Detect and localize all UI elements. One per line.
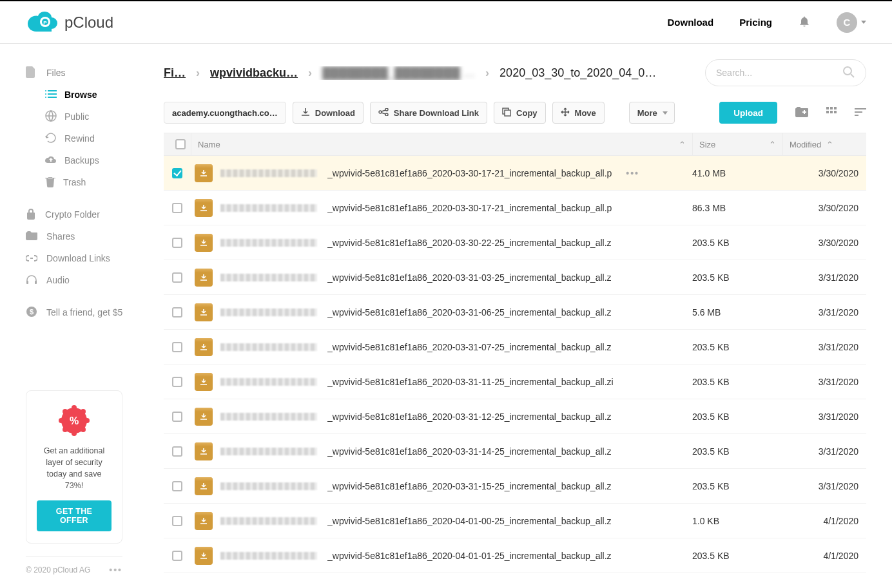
table-row[interactable]: _wpvivid-5e81c81ef1a86_2020-03-30-17-21_… [164, 191, 866, 225]
row-modified: 3/30/2020 [782, 238, 866, 248]
filename-redacted-prefix [220, 448, 317, 455]
folder-share-icon [26, 231, 37, 242]
sidebar-item-shares[interactable]: Shares [26, 225, 148, 247]
chevron-right-icon: › [308, 66, 312, 80]
row-checkbox[interactable] [172, 481, 182, 491]
svg-rect-10 [26, 281, 28, 284]
new-folder-icon[interactable] [795, 107, 808, 119]
row-modified: 4/1/2020 [782, 516, 866, 526]
chevron-down-icon [663, 111, 668, 115]
search-box[interactable] [705, 59, 866, 86]
breadcrumb-files[interactable]: Fi… [164, 66, 186, 80]
footer-copyright: © 2020 pCloud AG [26, 565, 90, 574]
table-row[interactable]: _wpvivid-5e81c81ef1a86_2020-04-01-01-25_… [164, 538, 866, 573]
breadcrumb-wpvivid[interactable]: wpvividbacku… [210, 66, 298, 80]
pcloud-cloud-icon: P [26, 11, 58, 34]
sidebar-item-backups[interactable]: Backups [45, 149, 148, 171]
account-menu[interactable]: C [837, 12, 866, 33]
sidebar-item-download-links[interactable]: Download Links [26, 247, 148, 269]
table-row[interactable]: _wpvivid-5e81c81ef1a86_2020-03-31-15-25_… [164, 469, 866, 504]
archive-file-icon [195, 547, 213, 565]
archive-file-icon [195, 269, 213, 287]
row-checkbox[interactable] [172, 168, 182, 178]
brand-name: pCloud [64, 14, 113, 32]
svg-point-8 [45, 97, 46, 98]
table-row[interactable]: _wpvivid-5e81c81ef1a86_2020-03-31-07-25_… [164, 330, 866, 365]
toolbar: academy.cuongthach.co… Download Share Do… [164, 102, 866, 124]
row-modified: 3/31/2020 [782, 272, 866, 283]
row-checkbox[interactable] [172, 203, 182, 213]
table-row[interactable]: _wpvivid-5e81c81ef1a86_2020-03-31-11-25_… [164, 365, 866, 399]
row-checkbox[interactable] [172, 342, 182, 352]
table-row[interactable]: _wpvivid-5e81c81ef1a86_2020-03-30-17-21_… [164, 156, 866, 191]
row-modified: 3/31/2020 [782, 446, 866, 457]
table-row[interactable]: _wpvivid-5e81c81ef1a86_2020-03-31-06-25_… [164, 295, 866, 330]
row-checkbox[interactable] [172, 238, 182, 248]
sidebar-item-files[interactable]: Files [26, 62, 148, 84]
row-size: 203.5 KB [692, 377, 782, 387]
bell-icon[interactable] [798, 15, 811, 30]
globe-icon [45, 110, 57, 124]
column-size[interactable]: Size⌃ [692, 133, 782, 155]
filename-redacted-prefix [220, 413, 317, 421]
table-row[interactable]: _wpvivid-5e81c81ef1a86_2020-03-30-22-25_… [164, 225, 866, 260]
breadcrumb-redacted[interactable]: ████████_████████ … [322, 66, 475, 80]
column-name[interactable]: Name⌃ [191, 133, 692, 155]
more-button[interactable]: More [629, 102, 675, 124]
sidebar-item-public[interactable]: Public [45, 106, 148, 128]
sidebar-label-crypto: Crypto Folder [45, 209, 100, 220]
filename-redacted-prefix [220, 239, 317, 247]
copy-button[interactable]: Copy [494, 102, 546, 124]
grid-view-icon[interactable] [826, 107, 837, 119]
row-checkbox[interactable] [172, 377, 182, 387]
link-icon [26, 253, 37, 263]
share-icon [378, 108, 389, 118]
download-button[interactable]: Download [293, 102, 364, 124]
row-checkbox[interactable] [172, 272, 182, 283]
brand-logo[interactable]: P pCloud [26, 11, 113, 34]
chevron-down-icon [861, 21, 866, 24]
filename: _wpvivid-5e81c81ef1a86_2020-03-30-17-21_… [327, 203, 612, 213]
promo-cta-button[interactable]: GET THE OFFER [37, 500, 112, 531]
table-row[interactable]: _wpvivid-5e81c81ef1a86_2020-03-31-14-25_… [164, 434, 866, 469]
table-row[interactable]: _wpvivid-5e81c81ef1a86_2020-04-01-00-25_… [164, 504, 866, 538]
sidebar-label-shares: Shares [46, 231, 75, 242]
filename-redacted-prefix [220, 204, 317, 212]
column-modified[interactable]: Modified⌃ [782, 133, 866, 155]
upload-button[interactable]: Upload [719, 102, 777, 124]
svg-rect-40 [834, 111, 837, 113]
table-row[interactable]: _wpvivid-5e81c81ef1a86_2020-03-31-03-25_… [164, 260, 866, 295]
row-checkbox[interactable] [172, 516, 182, 526]
download-link[interactable]: Download [667, 17, 713, 28]
sidebar-item-trash[interactable]: Trash [45, 171, 148, 193]
pricing-link[interactable]: Pricing [739, 17, 772, 28]
sort-asc-icon: ⌃ [679, 140, 686, 149]
svg-line-30 [382, 113, 385, 114]
share-link-button[interactable]: Share Download Link [370, 102, 487, 124]
row-checkbox[interactable] [172, 412, 182, 422]
download-arrow-icon [301, 108, 310, 119]
row-size: 203.5 KB [692, 412, 782, 422]
sidebar-item-rewind[interactable]: Rewind [45, 128, 148, 149]
search-icon[interactable] [842, 66, 855, 81]
discount-badge-icon: % [59, 405, 90, 436]
filename-redacted-prefix [220, 274, 317, 281]
move-button[interactable]: Move [552, 102, 605, 124]
sidebar-item-browse[interactable]: Browse [45, 84, 148, 106]
row-checkbox[interactable] [172, 307, 182, 318]
table-row[interactable]: _wpvivid-5e81c81ef1a86_2020-03-31-12-25_… [164, 399, 866, 434]
sidebar-label-files: Files [46, 68, 66, 78]
sort-icon[interactable] [855, 108, 866, 118]
row-size: 203.5 KB [692, 446, 782, 457]
row-checkbox[interactable] [172, 551, 182, 561]
footer-more-icon[interactable]: ••• [109, 565, 122, 575]
sidebar-item-tellfriend[interactable]: $ Tell a friend, get $5 [26, 301, 148, 323]
avatar: C [837, 12, 857, 33]
filename: _wpvivid-5e81c81ef1a86_2020-03-31-11-25_… [327, 377, 614, 387]
sidebar-item-audio[interactable]: Audio [26, 269, 148, 291]
row-more-icon[interactable]: ••• [626, 168, 639, 178]
select-all-checkbox[interactable] [175, 139, 186, 149]
search-input[interactable] [716, 68, 842, 78]
row-checkbox[interactable] [172, 446, 182, 457]
sidebar-item-crypto[interactable]: Crypto Folder [26, 204, 148, 225]
